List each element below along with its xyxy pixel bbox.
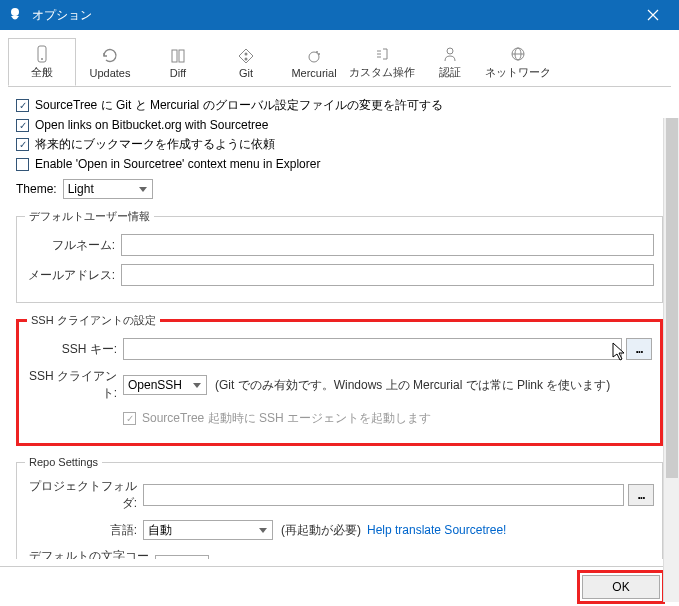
ssh-client-group: SSH クライアントの設定 SSH キー: ... SSH クライアント: Op… bbox=[16, 313, 663, 446]
vertical-scrollbar[interactable] bbox=[663, 118, 679, 602]
language-label: 言語: bbox=[25, 522, 143, 539]
tab-mercurial[interactable]: Mercurial bbox=[280, 38, 348, 86]
tab-network[interactable]: ネットワーク bbox=[484, 38, 552, 86]
ssh-key-input[interactable] bbox=[123, 338, 622, 360]
tab-general[interactable]: 全般 bbox=[8, 38, 76, 86]
window-title: オプション bbox=[32, 7, 633, 24]
tab-strip: 全般 Updates Diff Git Mercurial カスタム操作 認証 bbox=[8, 38, 671, 87]
svg-rect-3 bbox=[172, 50, 177, 62]
ssh-autostart-checkbox bbox=[123, 412, 136, 425]
encoding-select[interactable]: utf-8 bbox=[155, 555, 209, 559]
encoding-label: デフォルトの文字コード: bbox=[25, 548, 155, 559]
ssh-client-legend: SSH クライアントの設定 bbox=[27, 313, 160, 328]
tab-custom[interactable]: カスタム操作 bbox=[348, 38, 416, 86]
project-folder-browse-button[interactable]: ... bbox=[628, 484, 654, 506]
ssh-autostart-label: SourceTree 起動時に SSH エージェントを起動します bbox=[142, 410, 431, 427]
project-folder-label: プロジェクトフォルダ: bbox=[25, 478, 143, 512]
explorer-menu-checkbox[interactable] bbox=[16, 158, 29, 171]
ssh-client-label: SSH クライアント: bbox=[27, 368, 123, 402]
open-links-label: Open links on Bitbucket.org with Sourcet… bbox=[35, 118, 268, 132]
tab-git[interactable]: Git bbox=[212, 38, 280, 86]
svg-point-8 bbox=[316, 51, 318, 53]
svg-point-5 bbox=[245, 52, 248, 55]
fullname-input[interactable] bbox=[121, 234, 654, 256]
tab-updates[interactable]: Updates bbox=[76, 38, 144, 86]
allow-global-config-label: SourceTree に Git と Mercurial のグローバル設定ファイ… bbox=[35, 97, 443, 114]
allow-global-config-checkbox[interactable] bbox=[16, 99, 29, 112]
svg-point-10 bbox=[447, 48, 453, 54]
ssh-client-note: (Git でのみ有効です。Windows 上の Mercurial では常に P… bbox=[215, 377, 610, 394]
app-logo-icon bbox=[6, 6, 24, 24]
language-select[interactable]: 自動 bbox=[143, 520, 273, 540]
general-icon bbox=[33, 45, 51, 63]
default-user-legend: デフォルトユーザー情報 bbox=[25, 209, 154, 224]
ssh-client-select[interactable]: OpenSSH bbox=[123, 375, 207, 395]
svg-point-2 bbox=[41, 58, 43, 60]
ssh-key-label: SSH キー: bbox=[27, 341, 123, 358]
auth-icon bbox=[441, 45, 459, 63]
tab-auth[interactable]: 認証 bbox=[416, 38, 484, 86]
svg-point-9 bbox=[318, 53, 320, 55]
scrollbar-thumb[interactable] bbox=[666, 118, 678, 478]
custom-icon bbox=[373, 45, 391, 63]
theme-select[interactable]: Light bbox=[63, 179, 153, 199]
translate-link[interactable]: Help translate Sourcetree! bbox=[367, 523, 506, 537]
network-icon bbox=[509, 45, 527, 63]
repo-settings-group: Repo Settings プロジェクトフォルダ: ... 言語: 自動 (再起… bbox=[16, 456, 663, 559]
ok-button[interactable]: OK bbox=[582, 575, 660, 599]
mercurial-icon bbox=[305, 47, 323, 65]
git-icon bbox=[237, 47, 255, 65]
ssh-key-browse-button[interactable]: ... bbox=[626, 338, 652, 360]
title-bar: オプション bbox=[0, 0, 679, 30]
open-links-checkbox[interactable] bbox=[16, 119, 29, 132]
fullname-label: フルネーム: bbox=[25, 237, 121, 254]
svg-rect-4 bbox=[179, 50, 184, 62]
updates-icon bbox=[101, 47, 119, 65]
tab-diff[interactable]: Diff bbox=[144, 38, 212, 86]
bookmark-label: 将来的にブックマークを作成するように依頼 bbox=[35, 136, 275, 153]
general-panel: SourceTree に Git と Mercurial のグローバル設定ファイ… bbox=[8, 87, 671, 559]
theme-label: Theme: bbox=[16, 182, 57, 196]
email-label: メールアドレス: bbox=[25, 267, 121, 284]
bookmark-checkbox[interactable] bbox=[16, 138, 29, 151]
explorer-menu-label: Enable 'Open in Sourcetree' context menu… bbox=[35, 157, 320, 171]
default-user-group: デフォルトユーザー情報 フルネーム: メールアドレス: bbox=[16, 209, 663, 303]
project-folder-input[interactable] bbox=[143, 484, 624, 506]
button-bar: OK bbox=[0, 566, 679, 606]
language-note: (再起動が必要) bbox=[281, 522, 361, 539]
email-input[interactable] bbox=[121, 264, 654, 286]
diff-icon bbox=[169, 47, 187, 65]
repo-settings-legend: Repo Settings bbox=[25, 456, 102, 468]
svg-point-7 bbox=[309, 52, 319, 62]
svg-point-0 bbox=[11, 8, 19, 16]
ok-highlight: OK bbox=[577, 570, 665, 604]
svg-point-6 bbox=[245, 57, 248, 60]
close-button[interactable] bbox=[633, 0, 673, 30]
